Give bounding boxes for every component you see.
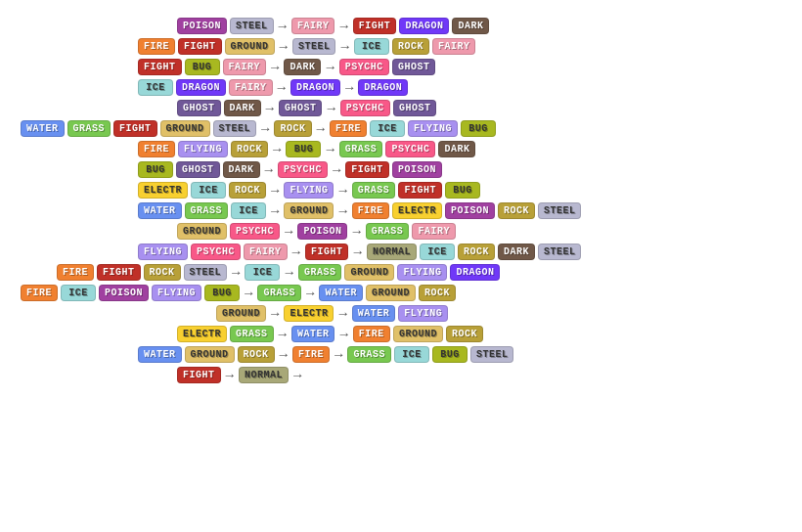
arrow-icon: → bbox=[333, 347, 344, 363]
arrow-icon: → bbox=[315, 121, 327, 137]
type-badge-fairy: FAIRY bbox=[244, 244, 288, 260]
type-badge-poison: POISON bbox=[392, 161, 442, 178]
type-badge-psychic: PSYCHC bbox=[230, 223, 280, 240]
type-badge-fairy: FAIRY bbox=[291, 18, 335, 34]
type-badge-steel: STEEL bbox=[184, 264, 228, 281]
type-badge-ice: ICE bbox=[231, 202, 266, 219]
type-badge-ice: ICE bbox=[191, 182, 226, 199]
type-badge-steel: STEEL bbox=[292, 38, 336, 55]
type-badge-fire: FIRE bbox=[352, 202, 389, 219]
type-badge-flying: FLYING bbox=[408, 120, 458, 137]
type-badge-fairy: FAIRY bbox=[432, 38, 476, 55]
arrow-icon: → bbox=[230, 265, 242, 281]
arrow-icon: → bbox=[283, 265, 294, 281]
type-badge-flying: FLYING bbox=[178, 141, 228, 157]
type-badge-rock: ROCK bbox=[144, 264, 181, 281]
type-badge-rock: ROCK bbox=[231, 141, 268, 157]
type-badge-dark: DARK bbox=[224, 100, 261, 116]
arrow-icon: → bbox=[278, 39, 290, 55]
type-chart: POISONSTEEL→FAIRY→FIGHTDRAGONDARKFIREFIG… bbox=[10, 10, 792, 391]
type-badge-rock: ROCK bbox=[458, 244, 495, 260]
arrow-icon: → bbox=[277, 327, 289, 342]
type-badge-fire: FIRE bbox=[330, 120, 367, 137]
type-badge-ice: ICE bbox=[245, 264, 280, 281]
type-badge-electric: ELECTR bbox=[138, 182, 188, 199]
chart-row: WATERGROUNDROCK→FIRE→GRASSICEBUGSTEEL bbox=[18, 346, 784, 363]
chart-row: BUGGHOSTDARK→PSYCHC→FIGHTPOISON bbox=[18, 161, 784, 178]
type-badge-ice: ICE bbox=[394, 346, 429, 363]
type-badge-dark: DARK bbox=[438, 141, 475, 157]
type-badge-bug: BUG bbox=[185, 59, 220, 75]
arrow-icon: → bbox=[263, 162, 275, 178]
type-badge-bug: BUG bbox=[204, 285, 240, 301]
type-badge-fight: FIGHT bbox=[305, 244, 349, 260]
type-badge-bug: BUG bbox=[461, 120, 496, 137]
arrow-icon: → bbox=[336, 183, 348, 199]
type-badge-electric: ELECTR bbox=[392, 202, 442, 219]
type-badge-psychic: PSYCHC bbox=[191, 244, 241, 260]
type-badge-water: WATER bbox=[291, 326, 335, 342]
type-badge-steel: STEEL bbox=[230, 18, 274, 34]
arrow-icon: → bbox=[325, 101, 336, 116]
type-badge-ice: ICE bbox=[138, 79, 173, 96]
type-badge-grass: GRASS bbox=[339, 141, 383, 157]
type-badge-electric: ELECTR bbox=[177, 326, 227, 342]
type-badge-dark: DARK bbox=[452, 18, 489, 34]
type-badge-ground: GROUND bbox=[393, 326, 443, 342]
type-badge-dragon: DRAGON bbox=[450, 264, 500, 281]
type-badge-fire: FIRE bbox=[353, 326, 390, 342]
type-badge-ghost: GHOST bbox=[177, 100, 221, 116]
type-badge-ghost: GHOST bbox=[279, 100, 323, 116]
type-badge-fairy: FAIRY bbox=[412, 223, 456, 240]
type-badge-fire: FIRE bbox=[21, 285, 58, 301]
type-badge-ice: ICE bbox=[420, 244, 455, 260]
type-badge-fight: FIGHT bbox=[345, 161, 389, 178]
type-badge-fire: FIRE bbox=[138, 38, 175, 55]
type-badge-grass: GRASS bbox=[366, 223, 410, 240]
type-badge-dragon: DRAGON bbox=[290, 79, 340, 96]
arrow-icon: → bbox=[276, 80, 288, 96]
type-badge-ice: ICE bbox=[354, 38, 389, 55]
type-badge-dark: DARK bbox=[284, 59, 321, 75]
chart-row: ELECTRICEROCK→FLYING→GRASSFIGHTBUG bbox=[18, 182, 784, 199]
chart-row: ELECTRGRASS→WATER→FIREGROUNDROCK bbox=[18, 326, 784, 342]
type-badge-grass: GRASS bbox=[347, 346, 391, 363]
arrow-icon: → bbox=[269, 203, 281, 219]
type-badge-bug: BUG bbox=[445, 182, 480, 199]
type-badge-water: WATER bbox=[138, 346, 182, 363]
type-badge-grass: GRASS bbox=[298, 264, 342, 281]
chart-row: FIGHTBUGFAIRY→DARK→PSYCHCGHOST bbox=[18, 59, 784, 75]
type-badge-grass: GRASS bbox=[185, 202, 229, 219]
type-badge-flying: FLYING bbox=[284, 182, 334, 199]
arrow-icon: → bbox=[337, 327, 349, 342]
chart-row: FIREFLYINGROCK→BUG→GRASSPSYCHCDARK bbox=[18, 141, 784, 157]
type-badge-dark: DARK bbox=[223, 161, 260, 178]
chart-row: POISONSTEEL→FAIRY→FIGHTDRAGONDARK bbox=[18, 18, 784, 34]
type-badge-ground: GROUND bbox=[216, 305, 266, 322]
type-badge-flying: FLYING bbox=[397, 264, 447, 281]
type-badge-fight: FIGHT bbox=[113, 120, 157, 137]
arrow-icon: → bbox=[269, 60, 281, 75]
arrow-icon: → bbox=[278, 347, 290, 363]
type-badge-ground: GROUND bbox=[177, 223, 227, 240]
type-badge-rock: ROCK bbox=[446, 326, 483, 342]
type-badge-bug: BUG bbox=[432, 346, 468, 363]
arrow-icon: → bbox=[259, 121, 271, 137]
type-badge-poison: POISON bbox=[99, 285, 149, 301]
arrow-icon: → bbox=[324, 60, 335, 75]
type-badge-dragon: DRAGON bbox=[176, 79, 226, 96]
chart-row: GROUND→ELECTR→WATERFLYING bbox=[18, 305, 784, 322]
chart-row: GROUNDPSYCHC→POISON→GRASSFAIRY bbox=[18, 223, 784, 240]
type-badge-fire: FIRE bbox=[138, 141, 175, 157]
arrow-icon: → bbox=[336, 203, 348, 219]
type-badge-rock: ROCK bbox=[392, 38, 429, 55]
type-badge-poison: POISON bbox=[297, 223, 347, 240]
type-badge-steel: STEEL bbox=[538, 244, 582, 260]
chart-row: FIREFIGHTGROUND→STEEL→ICEROCKFAIRY bbox=[18, 38, 784, 55]
arrow-icon: → bbox=[283, 224, 294, 240]
type-badge-ice: ICE bbox=[61, 285, 96, 301]
type-badge-flying: FLYING bbox=[152, 285, 201, 301]
chart-row: FIREICEPOISONFLYINGBUG→GRASS→WATERGROUND… bbox=[18, 285, 784, 301]
type-badge-fight: FIGHT bbox=[97, 264, 141, 281]
type-badge-ground: GROUND bbox=[366, 285, 416, 301]
